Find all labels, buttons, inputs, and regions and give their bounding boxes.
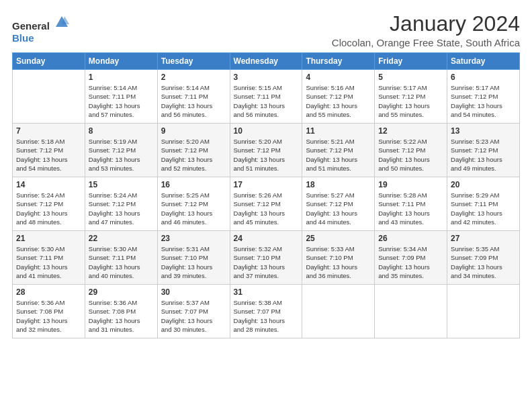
day-number: 4 [306, 73, 371, 82]
calendar-cell: 21Sunrise: 5:30 AMSunset: 7:11 PMDayligh… [13, 231, 85, 285]
calendar-cell: 27Sunrise: 5:35 AMSunset: 7:09 PMDayligh… [447, 231, 520, 285]
day-info: Sunrise: 5:31 AMSunset: 7:10 PMDaylight:… [161, 244, 226, 280]
weekday-header: Tuesday [157, 53, 230, 70]
day-number: 23 [161, 234, 226, 243]
calendar-cell [447, 285, 520, 338]
calendar-cell [302, 285, 375, 338]
calendar-cell: 30Sunrise: 5:37 AMSunset: 7:07 PMDayligh… [157, 285, 230, 338]
day-info: Sunrise: 5:27 AMSunset: 7:12 PMDaylight:… [306, 191, 371, 226]
day-info: Sunrise: 5:19 AMSunset: 7:12 PMDaylight:… [89, 137, 154, 173]
day-number: 12 [378, 126, 443, 136]
calendar-cell: 23Sunrise: 5:31 AMSunset: 7:10 PMDayligh… [157, 231, 230, 285]
day-info: Sunrise: 5:20 AMSunset: 7:12 PMDaylight:… [234, 137, 299, 173]
calendar-cell: 7Sunrise: 5:18 AMSunset: 7:12 PMDaylight… [13, 124, 85, 177]
day-number: 11 [306, 126, 371, 136]
day-number: 19 [378, 180, 443, 189]
calendar-cell: 14Sunrise: 5:24 AMSunset: 7:12 PMDayligh… [13, 177, 85, 231]
day-number: 30 [161, 287, 226, 297]
day-number: 5 [378, 73, 443, 82]
day-number: 10 [234, 126, 299, 136]
weekday-header: Thursday [302, 53, 375, 70]
weekday-header: Monday [85, 53, 157, 70]
calendar-cell: 29Sunrise: 5:36 AMSunset: 7:08 PMDayligh… [85, 285, 157, 338]
day-info: Sunrise: 5:26 AMSunset: 7:12 PMDaylight:… [234, 191, 299, 226]
day-info: Sunrise: 5:20 AMSunset: 7:12 PMDaylight:… [161, 137, 226, 173]
calendar-cell: 4Sunrise: 5:16 AMSunset: 7:12 PMDaylight… [302, 70, 375, 124]
day-number: 13 [451, 126, 516, 136]
weekday-header: Friday [375, 53, 447, 70]
calendar-cell: 6Sunrise: 5:17 AMSunset: 7:12 PMDaylight… [447, 70, 520, 124]
calendar-cell: 11Sunrise: 5:21 AMSunset: 7:12 PMDayligh… [302, 124, 375, 177]
day-info: Sunrise: 5:21 AMSunset: 7:12 PMDaylight:… [306, 137, 371, 173]
calendar-cell: 16Sunrise: 5:25 AMSunset: 7:12 PMDayligh… [157, 177, 230, 231]
day-info: Sunrise: 5:36 AMSunset: 7:08 PMDaylight:… [16, 298, 81, 334]
day-info: Sunrise: 5:33 AMSunset: 7:10 PMDaylight:… [306, 244, 371, 280]
logo-general: General [12, 20, 50, 32]
calendar-cell: 2Sunrise: 5:14 AMSunset: 7:11 PMDaylight… [157, 70, 230, 124]
weekday-header: Saturday [447, 53, 520, 70]
day-number: 24 [234, 234, 299, 243]
day-number: 20 [451, 180, 516, 189]
day-number: 28 [16, 287, 81, 297]
day-number: 15 [89, 180, 154, 189]
day-info: Sunrise: 5:30 AMSunset: 7:11 PMDaylight:… [16, 244, 81, 280]
calendar-cell: 3Sunrise: 5:15 AMSunset: 7:11 PMDaylight… [230, 70, 302, 124]
day-info: Sunrise: 5:16 AMSunset: 7:12 PMDaylight:… [306, 83, 371, 119]
day-number: 31 [234, 287, 299, 297]
day-number: 9 [161, 126, 226, 136]
calendar-cell: 8Sunrise: 5:19 AMSunset: 7:12 PMDaylight… [85, 124, 157, 177]
day-info: Sunrise: 5:35 AMSunset: 7:09 PMDaylight:… [451, 244, 516, 280]
day-info: Sunrise: 5:14 AMSunset: 7:11 PMDaylight:… [161, 83, 226, 119]
day-info: Sunrise: 5:17 AMSunset: 7:12 PMDaylight:… [378, 83, 443, 119]
day-number: 14 [16, 180, 81, 189]
calendar-cell: 24Sunrise: 5:32 AMSunset: 7:10 PMDayligh… [230, 231, 302, 285]
calendar-cell: 17Sunrise: 5:26 AMSunset: 7:12 PMDayligh… [230, 177, 302, 231]
calendar-cell [13, 70, 85, 124]
day-info: Sunrise: 5:15 AMSunset: 7:11 PMDaylight:… [234, 83, 299, 119]
title-block: January 2024 Clocolan, Orange Free State… [332, 12, 520, 48]
day-number: 29 [89, 287, 154, 297]
calendar-cell: 28Sunrise: 5:36 AMSunset: 7:08 PMDayligh… [13, 285, 85, 338]
calendar-cell: 20Sunrise: 5:29 AMSunset: 7:11 PMDayligh… [447, 177, 520, 231]
day-info: Sunrise: 5:23 AMSunset: 7:12 PMDaylight:… [451, 137, 516, 173]
day-info: Sunrise: 5:25 AMSunset: 7:12 PMDaylight:… [161, 191, 226, 226]
day-info: Sunrise: 5:32 AMSunset: 7:10 PMDaylight:… [234, 244, 299, 280]
day-info: Sunrise: 5:24 AMSunset: 7:12 PMDaylight:… [89, 191, 154, 226]
calendar-cell: 12Sunrise: 5:22 AMSunset: 7:12 PMDayligh… [375, 124, 447, 177]
day-number: 16 [161, 180, 226, 189]
day-number: 8 [89, 126, 154, 136]
day-info: Sunrise: 5:17 AMSunset: 7:12 PMDaylight:… [451, 83, 516, 119]
day-info: Sunrise: 5:18 AMSunset: 7:12 PMDaylight:… [16, 137, 81, 173]
calendar-cell [375, 285, 447, 338]
day-number: 2 [161, 73, 226, 82]
calendar-cell: 9Sunrise: 5:20 AMSunset: 7:12 PMDaylight… [157, 124, 230, 177]
day-info: Sunrise: 5:14 AMSunset: 7:11 PMDaylight:… [89, 83, 154, 119]
logo: General Blue [12, 15, 69, 44]
calendar-cell: 1Sunrise: 5:14 AMSunset: 7:11 PMDaylight… [85, 70, 157, 124]
day-info: Sunrise: 5:37 AMSunset: 7:07 PMDaylight:… [161, 298, 226, 334]
day-number: 7 [16, 126, 81, 136]
calendar-cell: 25Sunrise: 5:33 AMSunset: 7:10 PMDayligh… [302, 231, 375, 285]
day-info: Sunrise: 5:22 AMSunset: 7:12 PMDaylight:… [378, 137, 443, 173]
header: General Blue January 2024 Clocolan, Oran… [12, 12, 520, 48]
day-info: Sunrise: 5:34 AMSunset: 7:09 PMDaylight:… [378, 244, 443, 280]
logo-icon [54, 15, 69, 30]
day-info: Sunrise: 5:30 AMSunset: 7:11 PMDaylight:… [89, 244, 154, 280]
day-number: 3 [234, 73, 299, 82]
day-info: Sunrise: 5:38 AMSunset: 7:07 PMDaylight:… [234, 298, 299, 334]
day-info: Sunrise: 5:36 AMSunset: 7:08 PMDaylight:… [89, 298, 154, 334]
calendar-cell: 13Sunrise: 5:23 AMSunset: 7:12 PMDayligh… [447, 124, 520, 177]
calendar-cell: 31Sunrise: 5:38 AMSunset: 7:07 PMDayligh… [230, 285, 302, 338]
day-info: Sunrise: 5:29 AMSunset: 7:11 PMDaylight:… [451, 191, 516, 226]
calendar-cell: 15Sunrise: 5:24 AMSunset: 7:12 PMDayligh… [85, 177, 157, 231]
day-number: 17 [234, 180, 299, 189]
day-number: 27 [451, 234, 516, 243]
day-number: 21 [16, 234, 81, 243]
day-number: 18 [306, 180, 371, 189]
calendar-table: SundayMondayTuesdayWednesdayThursdayFrid… [12, 52, 520, 338]
day-info: Sunrise: 5:24 AMSunset: 7:12 PMDaylight:… [16, 191, 81, 226]
calendar-cell: 10Sunrise: 5:20 AMSunset: 7:12 PMDayligh… [230, 124, 302, 177]
day-info: Sunrise: 5:28 AMSunset: 7:11 PMDaylight:… [378, 191, 443, 226]
page: General Blue January 2024 Clocolan, Oran… [0, 0, 532, 411]
day-number: 25 [306, 234, 371, 243]
